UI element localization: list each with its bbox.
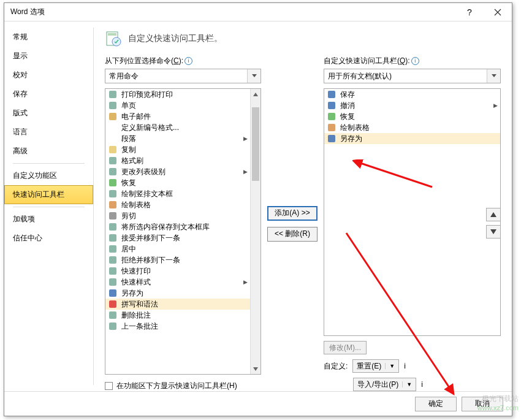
sidebar-item-8[interactable]: 快速访问工具栏 bbox=[4, 185, 93, 204]
ok-button[interactable]: 确定 bbox=[415, 397, 457, 411]
sidebar-item-4[interactable]: 版式 bbox=[4, 104, 93, 123]
word-options-dialog: Word 选项 ? 常规显示校对保存版式语言高级自定义功能区快速访问工具栏加载项… bbox=[4, 2, 512, 416]
list-item-label: 绘制竖排文本框 bbox=[121, 189, 173, 199]
sidebar-item-1[interactable]: 显示 bbox=[4, 47, 93, 66]
center-icon bbox=[108, 244, 118, 254]
sidebar-item-7[interactable]: 自定义功能区 bbox=[4, 166, 93, 185]
delete-comment-icon bbox=[108, 310, 118, 320]
scrollbar[interactable] bbox=[250, 89, 260, 374]
svg-rect-26 bbox=[328, 124, 335, 131]
show-below-ribbon-checkbox[interactable]: 在功能区下方显示快速访问工具栏(H) bbox=[105, 381, 261, 391]
list-item-label: 保存 bbox=[340, 90, 355, 100]
list-item[interactable]: 段落▶ bbox=[105, 133, 250, 144]
info-icon[interactable]: i bbox=[421, 380, 423, 389]
svg-rect-18 bbox=[109, 278, 116, 286]
list-item[interactable]: 单页 bbox=[105, 100, 250, 111]
move-down-button[interactable] bbox=[486, 225, 501, 239]
commands-listbox[interactable]: 打印预览和打印单页电子邮件定义新编号格式...段落▶复制格式刷更改列表级别▶恢复… bbox=[105, 88, 261, 375]
sidebar-item-10[interactable]: 信任中心 bbox=[4, 229, 93, 248]
reset-button[interactable]: 重置(E)▼ bbox=[352, 359, 399, 373]
list-item[interactable]: 快速打印 bbox=[105, 265, 250, 277]
print-preview-icon bbox=[108, 90, 118, 99]
choose-from-label: 从下列位置选择命令(C):i bbox=[105, 56, 261, 66]
info-icon[interactable]: i bbox=[184, 57, 192, 65]
list-item[interactable]: 另存为 bbox=[324, 133, 500, 144]
quick-styles-icon bbox=[108, 277, 118, 287]
list-item[interactable]: 接受并移到下一条 bbox=[105, 232, 250, 243]
submenu-indicator-icon: ▶ bbox=[243, 279, 248, 285]
save-icon bbox=[327, 90, 337, 99]
watermark: 极光下载站 www.xz7.com bbox=[477, 394, 519, 411]
list-item[interactable]: 上一条批注 bbox=[105, 321, 250, 332]
list-item-label: 恢复 bbox=[340, 112, 355, 122]
sidebar-item-6[interactable]: 高级 bbox=[4, 142, 93, 161]
list-item[interactable]: 删除批注 bbox=[105, 310, 250, 321]
svg-rect-25 bbox=[328, 113, 335, 120]
list-item[interactable]: 保存 bbox=[324, 89, 500, 100]
remove-button[interactable]: << 删除(R) bbox=[267, 227, 318, 242]
redo-icon bbox=[327, 112, 337, 121]
list-item[interactable]: 另存为 bbox=[105, 288, 250, 299]
sidebar-item-0[interactable]: 常规 bbox=[4, 28, 93, 47]
help-button[interactable]: ? bbox=[455, 3, 484, 21]
list-item[interactable]: 电子邮件 bbox=[105, 111, 250, 122]
close-button[interactable] bbox=[484, 3, 512, 21]
reject-next-icon bbox=[108, 255, 118, 265]
draw-table-icon bbox=[327, 123, 337, 132]
list-item[interactable]: 复制 bbox=[105, 144, 250, 155]
move-up-button[interactable] bbox=[486, 208, 501, 221]
save-as-icon bbox=[327, 134, 337, 143]
list-item-label: 拼写和语法 bbox=[121, 299, 158, 310]
scroll-up-button[interactable] bbox=[251, 89, 260, 99]
list-item[interactable]: 拼写和语法 bbox=[105, 299, 250, 310]
list-item[interactable]: 拒绝并移到下一条 bbox=[105, 254, 250, 265]
list-item[interactable]: 绘制表格 bbox=[324, 122, 500, 133]
select-value: 常用命令 bbox=[109, 71, 139, 82]
sidebar-item-5[interactable]: 语言 bbox=[4, 123, 93, 142]
dialog-footer: 确定 取消 bbox=[4, 391, 512, 416]
page-title: 自定义快速访问工具栏。 bbox=[128, 33, 222, 44]
list-item-label: 打印预览和打印 bbox=[121, 90, 173, 100]
undo-icon bbox=[327, 101, 337, 110]
info-icon[interactable]: i bbox=[404, 362, 406, 370]
list-item[interactable]: 快速样式▶ bbox=[105, 277, 250, 288]
sidebar-item-3[interactable]: 保存 bbox=[4, 85, 93, 104]
qat-scope-select[interactable]: 用于所有文档(默认) bbox=[324, 69, 501, 83]
redo-icon bbox=[108, 178, 118, 188]
list-item[interactable]: 定义新编号格式... bbox=[105, 122, 250, 133]
list-item-label: 上一条批注 bbox=[121, 321, 158, 332]
draw-table-icon bbox=[108, 200, 118, 210]
checkbox-label: 在功能区下方显示快速访问工具栏(H) bbox=[116, 381, 237, 391]
list-item[interactable]: 格式刷 bbox=[105, 155, 250, 166]
scroll-thumb[interactable] bbox=[252, 107, 259, 181]
list-item[interactable]: 撤消▶ bbox=[324, 100, 500, 111]
list-item[interactable]: 剪切 bbox=[105, 210, 250, 221]
list-item[interactable]: 居中 bbox=[105, 243, 250, 254]
blank-icon bbox=[108, 134, 118, 143]
list-item[interactable]: 绘制表格 bbox=[105, 199, 250, 210]
chevron-down-icon bbox=[487, 69, 500, 83]
list-item[interactable]: 打印预览和打印 bbox=[105, 89, 250, 100]
sidebar-item-9[interactable]: 加载项 bbox=[4, 210, 93, 229]
list-item-label: 接受并移到下一条 bbox=[121, 233, 180, 243]
import-export-button[interactable]: 导入/导出(P)▼ bbox=[353, 378, 416, 391]
list-item-label: 撤消 bbox=[340, 101, 355, 111]
list-item-label: 另存为 bbox=[340, 134, 362, 144]
add-button[interactable]: 添加(A) >> bbox=[267, 206, 318, 221]
sidebar-item-2[interactable]: 校对 bbox=[4, 66, 93, 85]
list-item[interactable]: 将所选内容保存到文本框库 bbox=[105, 221, 250, 232]
list-item[interactable]: 更改列表级别▶ bbox=[105, 166, 250, 177]
list-item-label: 定义新编号格式... bbox=[121, 123, 179, 133]
scroll-down-button[interactable] bbox=[251, 364, 260, 374]
customize-label: 自定义: bbox=[324, 361, 348, 372]
list-item[interactable]: 恢复 bbox=[324, 111, 500, 122]
checkbox-icon bbox=[105, 382, 113, 390]
svg-rect-23 bbox=[328, 91, 335, 98]
svg-rect-6 bbox=[109, 146, 116, 153]
list-item[interactable]: 绘制竖排文本框 bbox=[105, 188, 250, 199]
chevron-down-icon bbox=[247, 69, 260, 83]
qat-listbox[interactable]: 保存撤消▶恢复绘制表格另存为 bbox=[324, 88, 501, 336]
list-item[interactable]: 恢复 bbox=[105, 177, 250, 188]
choose-commands-select[interactable]: 常用命令 bbox=[105, 69, 261, 83]
info-icon[interactable]: i bbox=[411, 57, 419, 65]
